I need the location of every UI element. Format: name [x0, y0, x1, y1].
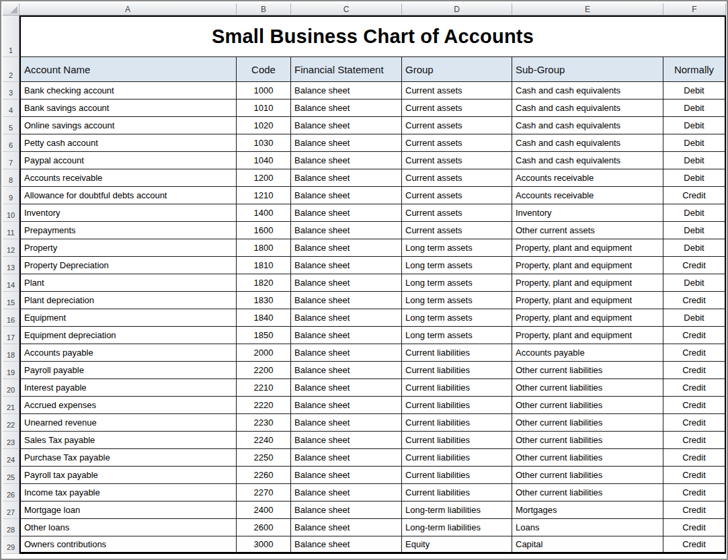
header-cell[interactable]: Group — [402, 57, 512, 82]
cell[interactable]: Mortgages — [512, 502, 663, 519]
cell[interactable]: Property, plant and equipment — [512, 327, 663, 344]
cell[interactable]: 1850 — [237, 327, 291, 344]
cell[interactable]: Current assets — [402, 134, 512, 152]
row-number[interactable]: 29 — [3, 536, 19, 554]
cell[interactable]: Other loans — [19, 519, 237, 536]
cell[interactable]: Paypal account — [19, 152, 237, 169]
cell[interactable]: Balance sheet — [291, 519, 402, 536]
cell[interactable]: 1820 — [237, 274, 291, 292]
cell[interactable]: Balance sheet — [291, 187, 402, 204]
cell[interactable]: 3000 — [237, 536, 291, 554]
cell[interactable]: Current assets — [402, 99, 512, 117]
cell[interactable]: Balance sheet — [291, 327, 402, 344]
row-number[interactable]: 17 — [3, 327, 19, 344]
cell[interactable]: Inventory — [19, 204, 237, 222]
cell[interactable]: Balance sheet — [291, 362, 402, 379]
cell[interactable]: 1030 — [237, 134, 291, 152]
cell[interactable]: Debit — [663, 99, 726, 117]
row-number[interactable]: 6 — [3, 134, 19, 152]
row-number[interactable]: 7 — [3, 152, 19, 169]
header-cell[interactable]: Financial Statement — [291, 57, 402, 82]
cell[interactable]: Credit — [663, 257, 726, 274]
cell[interactable]: Other current assets — [512, 222, 663, 239]
cell[interactable]: 1040 — [237, 152, 291, 169]
cell[interactable]: Credit — [663, 432, 726, 449]
cell[interactable]: Prepayments — [19, 222, 237, 239]
select-all-corner[interactable] — [3, 3, 19, 15]
cell[interactable]: 2260 — [237, 467, 291, 484]
cell[interactable]: Property, plant and equipment — [512, 274, 663, 292]
cell[interactable]: Accrued expenses — [19, 397, 237, 414]
cell[interactable]: Balance sheet — [291, 414, 402, 432]
cell[interactable]: 1000 — [237, 82, 291, 99]
cell[interactable]: Payroll tax payable — [19, 467, 237, 484]
cell[interactable]: Long-term liabilities — [402, 502, 512, 519]
cell[interactable]: Capital — [512, 536, 663, 554]
cell[interactable]: Other current liabilities — [512, 484, 663, 502]
cell[interactable]: Bank checking account — [19, 82, 237, 99]
cell[interactable]: Balance sheet — [291, 169, 402, 187]
cell[interactable]: Credit — [663, 502, 726, 519]
cell[interactable]: Income tax payable — [19, 484, 237, 502]
cell[interactable]: Unearned revenue — [19, 414, 237, 432]
cell[interactable]: Balance sheet — [291, 502, 402, 519]
cell[interactable]: Credit — [663, 467, 726, 484]
cell[interactable]: Credit — [663, 536, 726, 554]
cell[interactable]: Balance sheet — [291, 134, 402, 152]
cell[interactable]: Debit — [663, 117, 726, 134]
cell[interactable]: Other current liabilities — [512, 379, 663, 397]
cell[interactable]: Credit — [663, 414, 726, 432]
cell[interactable]: Long-term liabilities — [402, 519, 512, 536]
cell[interactable]: Current liabilities — [402, 449, 512, 467]
cell[interactable]: Accounts payable — [19, 344, 237, 362]
cell[interactable]: Current liabilities — [402, 344, 512, 362]
cell[interactable]: 1600 — [237, 222, 291, 239]
cell[interactable]: 2250 — [237, 449, 291, 467]
cell[interactable]: Current liabilities — [402, 397, 512, 414]
cell[interactable]: Equipment depreciation — [19, 327, 237, 344]
column-header-b[interactable]: B — [237, 3, 291, 15]
cell[interactable]: 1800 — [237, 239, 291, 257]
cell[interactable]: Balance sheet — [291, 344, 402, 362]
cell[interactable]: Balance sheet — [291, 397, 402, 414]
cell[interactable]: Balance sheet — [291, 274, 402, 292]
cell[interactable]: Allowance for doubtful debts account — [19, 187, 237, 204]
cell[interactable]: 2220 — [237, 397, 291, 414]
cell[interactable]: 2270 — [237, 484, 291, 502]
cell[interactable]: Credit — [663, 484, 726, 502]
cell[interactable]: Current liabilities — [402, 362, 512, 379]
cell[interactable]: Current liabilities — [402, 467, 512, 484]
cell[interactable]: Long term assets — [402, 292, 512, 309]
cell[interactable]: Credit — [663, 397, 726, 414]
cell[interactable]: 1200 — [237, 169, 291, 187]
cell[interactable]: Plant depreciation — [19, 292, 237, 309]
cell[interactable]: 2200 — [237, 362, 291, 379]
cell[interactable]: 2600 — [237, 519, 291, 536]
cell[interactable]: Sales Tax payable — [19, 432, 237, 449]
cell[interactable]: Balance sheet — [291, 467, 402, 484]
cell[interactable]: Balance sheet — [291, 222, 402, 239]
cell[interactable]: Credit — [663, 379, 726, 397]
cell[interactable]: Current assets — [402, 152, 512, 169]
header-cell[interactable]: Sub-Group — [512, 57, 663, 82]
cell[interactable]: Property, plant and equipment — [512, 292, 663, 309]
column-header-c[interactable]: C — [291, 3, 402, 15]
row-number[interactable]: 12 — [3, 239, 19, 257]
cell[interactable]: Accounts receivable — [512, 187, 663, 204]
cell[interactable]: Other current liabilities — [512, 449, 663, 467]
cell[interactable]: Credit — [663, 344, 726, 362]
cell[interactable]: Cash and cash equivalents — [512, 152, 663, 169]
row-number[interactable]: 10 — [3, 204, 19, 222]
cell[interactable]: Credit — [663, 519, 726, 536]
cell[interactable]: Cash and cash equivalents — [512, 99, 663, 117]
cell[interactable]: Current liabilities — [402, 414, 512, 432]
cell[interactable]: Current assets — [402, 117, 512, 134]
row-number[interactable]: 28 — [3, 519, 19, 536]
cell[interactable]: Credit — [663, 292, 726, 309]
row-number[interactable]: 21 — [3, 397, 19, 414]
cell[interactable]: Petty cash account — [19, 134, 237, 152]
cell[interactable]: Balance sheet — [291, 204, 402, 222]
cell[interactable]: Long term assets — [402, 257, 512, 274]
cell[interactable]: Purchase Tax payable — [19, 449, 237, 467]
cell[interactable]: 2240 — [237, 432, 291, 449]
